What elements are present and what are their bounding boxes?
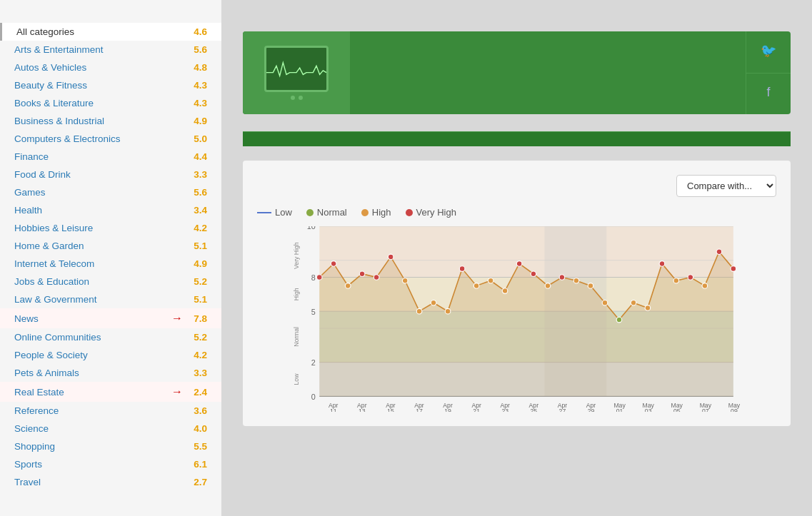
category-item-inner: Shopping5.5	[14, 441, 207, 452]
monitor-screen	[264, 46, 329, 92]
chart-dot[interactable]	[588, 283, 593, 289]
chart-dot[interactable]	[545, 283, 551, 289]
chart-dot[interactable]	[488, 278, 493, 283]
category-item-finance[interactable]: Finance4.4	[0, 148, 221, 166]
category-item-health[interactable]: Health3.4	[0, 201, 221, 219]
embed-widget-button[interactable]	[243, 131, 791, 146]
chart-dot[interactable]	[731, 266, 736, 272]
svg-text:19: 19	[444, 408, 451, 412]
chart-dot[interactable]	[388, 254, 394, 260]
category-name: Autos & Vehicles	[14, 62, 86, 73]
svg-text:8: 8	[311, 273, 316, 282]
svg-text:5: 5	[311, 308, 316, 316]
chart-dot[interactable]	[502, 288, 508, 294]
category-right: 4.3	[186, 80, 207, 91]
category-item-inner: Pets & Animals3.3	[14, 368, 207, 378]
category-item-inner: Arts & Entertainment5.6	[14, 44, 207, 55]
category-item-inner: People & Society4.2	[14, 350, 207, 360]
category-right: 5.2	[186, 276, 207, 287]
chart-dot[interactable]	[702, 283, 708, 289]
category-item-shopping[interactable]: Shopping5.5	[0, 437, 221, 455]
category-name: Health	[14, 205, 42, 216]
category-name: Online Communities	[14, 332, 101, 343]
svg-text:Very High: Very High	[293, 242, 300, 269]
category-item-all-categories[interactable]: All categories4.6	[0, 23, 221, 41]
category-score: 4.9	[186, 258, 207, 269]
category-name: Finance	[14, 151, 49, 162]
category-item-jobs---education[interactable]: Jobs & Education5.2	[0, 273, 221, 290]
category-name: Games	[14, 187, 46, 198]
legend-item-very-high: Very High	[406, 207, 456, 218]
category-name: Books & Literature	[14, 98, 94, 108]
category-item-science[interactable]: Science4.0	[0, 420, 221, 437]
chart-dot[interactable]	[659, 261, 665, 267]
chart-dot[interactable]	[559, 275, 565, 280]
chart-dot[interactable]	[645, 305, 651, 311]
chart-dot[interactable]	[602, 300, 608, 305]
compare-select[interactable]: Compare with...	[676, 175, 776, 197]
category-name: Sports	[14, 459, 42, 470]
category-item-books---literature[interactable]: Books & Literature4.3	[0, 94, 221, 112]
category-item-people---society[interactable]: People & Society4.2	[0, 346, 221, 364]
category-item-sports[interactable]: Sports6.1	[0, 455, 221, 473]
chart-dot[interactable]	[688, 275, 693, 280]
category-item-online-communities[interactable]: Online Communities5.2	[0, 328, 221, 346]
category-item-inner: Jobs & Education5.2	[14, 276, 207, 287]
category-score: 5.2	[186, 276, 207, 287]
category-score: 5.6	[186, 44, 207, 55]
category-item-home---garden[interactable]: Home & Garden5.1	[0, 237, 221, 255]
svg-text:29: 29	[588, 408, 595, 412]
category-right: 3.4	[186, 205, 207, 216]
chart-dot[interactable]	[445, 308, 451, 314]
category-item-autos---vehicles[interactable]: Autos & Vehicles4.8	[0, 59, 221, 76]
category-item-inner: Games5.6	[14, 187, 207, 198]
category-score: 3.3	[186, 169, 207, 180]
chart-dot[interactable]	[402, 278, 408, 283]
twitter-share[interactable]: 🐦	[746, 31, 791, 74]
category-item-hobbies---leisure[interactable]: Hobbies & Leisure4.2	[0, 219, 221, 237]
category-name: Internet & Telecom	[14, 258, 94, 269]
category-item-inner: Online Communities5.2	[14, 332, 207, 343]
facebook-share[interactable]: f	[746, 74, 791, 115]
chart-dot[interactable]	[374, 275, 379, 280]
chart-dot[interactable]	[531, 271, 536, 277]
category-score: 5.5	[186, 441, 207, 452]
category-item-internet---telecom[interactable]: Internet & Telecom4.9	[0, 255, 221, 273]
chart-dot[interactable]	[631, 300, 636, 305]
legend-label: High	[372, 207, 391, 218]
chart-dot[interactable]	[616, 317, 622, 323]
category-item-inner: Finance4.4	[14, 151, 207, 162]
category-item-pets---animals[interactable]: Pets & Animals3.3	[0, 364, 221, 382]
chart-dot[interactable]	[459, 266, 465, 272]
category-item-travel[interactable]: Travel2.7	[0, 473, 221, 491]
category-score: 3.4	[186, 205, 207, 216]
category-item-law---government[interactable]: Law & Government5.1	[0, 290, 221, 308]
category-name: Real Estate	[14, 387, 64, 398]
chart-dot[interactable]	[416, 308, 422, 314]
category-item-computers---electronics[interactable]: Computers & Electronics5.0	[0, 130, 221, 148]
category-item-reference[interactable]: Reference3.6	[0, 402, 221, 420]
category-item-news[interactable]: News→7.8	[0, 308, 221, 328]
chart-dot[interactable]	[516, 261, 522, 267]
chart-dot[interactable]	[316, 275, 322, 280]
category-item-business---industrial[interactable]: Business & Industrial4.9	[0, 112, 221, 130]
chart-dot[interactable]	[431, 300, 436, 305]
category-item-real-estate[interactable]: Real Estate→2.4	[0, 382, 221, 402]
category-score: 5.1	[186, 241, 207, 251]
category-score: 4.6	[186, 26, 207, 37]
chart-dot[interactable]	[345, 283, 351, 289]
chart-dot[interactable]	[359, 271, 365, 277]
category-item-arts---entertainment[interactable]: Arts & Entertainment5.6	[0, 41, 221, 59]
category-right: 5.1	[186, 294, 207, 305]
chart-dot[interactable]	[473, 283, 479, 289]
chart-dot[interactable]	[331, 261, 336, 267]
category-item-food---drink[interactable]: Food & Drink3.3	[0, 166, 221, 183]
chart-dot[interactable]	[673, 278, 679, 283]
chart-dot[interactable]	[716, 249, 722, 255]
category-item-beauty---fitness[interactable]: Beauty & Fitness4.3	[0, 76, 221, 94]
chart-dot[interactable]	[573, 278, 579, 283]
category-name: All categories	[16, 26, 74, 37]
category-name: Food & Drink	[14, 169, 71, 180]
legend-label: Normal	[317, 207, 347, 218]
category-item-games[interactable]: Games5.6	[0, 183, 221, 201]
